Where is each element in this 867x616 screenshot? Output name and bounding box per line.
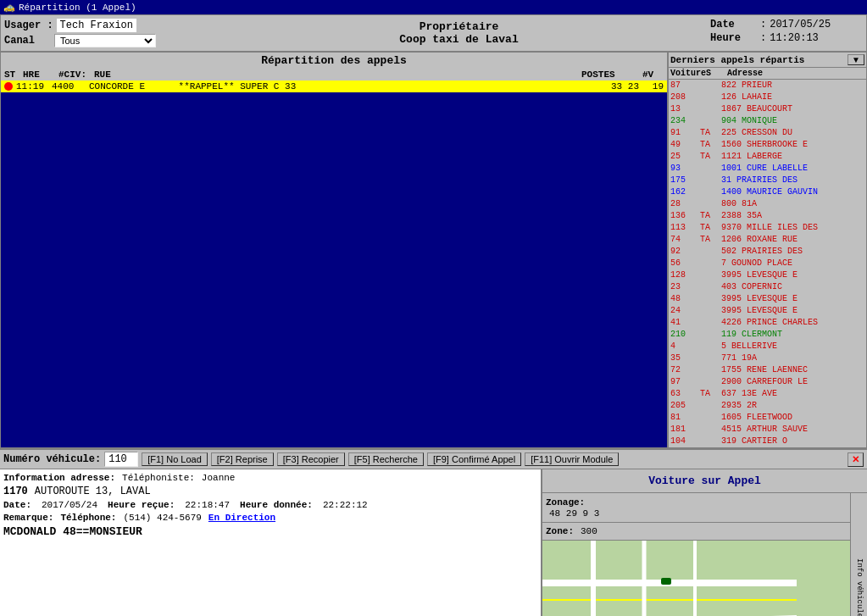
vehicle-row[interactable]: 92502 PRAIRIES DES [669, 246, 866, 258]
vh-adresse: Adresse [727, 69, 864, 78]
vr-s: TA [700, 234, 721, 246]
f2-btn[interactable]: [F2] Reprise [211, 452, 274, 466]
heure-recue-value: 22:18:47 [185, 500, 230, 510]
vehicle-row[interactable]: 208126 LAHAIE [669, 92, 866, 103]
info-vehicule-btn[interactable]: Info véhicule [850, 493, 867, 616]
telephoniste-label: Téléphoniste: [122, 473, 195, 483]
vehicle-row[interactable]: 721755 RENE LAENNEC [669, 364, 866, 376]
call-dot [4, 82, 13, 91]
vehicle-row[interactable]: 25TA1121 LABERGE [669, 151, 866, 163]
vehicule-value: 110 [104, 452, 138, 467]
vr-adresse: 319 CARTIER O [721, 436, 864, 447]
vr-s [700, 281, 721, 293]
vr-s: TA [700, 151, 721, 163]
vehicle-row[interactable]: 210119 CLERMONT [669, 329, 866, 341]
vr-s [700, 293, 721, 305]
vr-voiture: 97 [670, 376, 700, 388]
vehicle-row[interactable]: 74TA1206 ROXANE RUE [669, 234, 866, 246]
meta-row-1: Date: 2017/05/24 Heure reçue: 22:18:47 H… [3, 500, 537, 510]
vr-adresse: 3995 LEVESQUE E [721, 269, 864, 281]
vehicle-row[interactable]: 1814515 ARTHUR SAUVE [669, 424, 866, 436]
vehicle-row[interactable]: 131867 BEAUCOURT [669, 103, 866, 115]
vr-adresse: 904 MONIQUE [721, 115, 864, 127]
vehicle-row[interactable]: 17531 PRAIRIES DES [669, 175, 866, 186]
zone-label: Zone: [546, 526, 574, 536]
vehicle-row[interactable]: 243995 LEVESQUE E [669, 305, 866, 317]
telephone-label: Téléphone: [60, 513, 116, 523]
vr-voiture: 56 [670, 258, 700, 269]
vr-adresse: 1605 FLEETWOOD [721, 412, 864, 424]
split-area: Répartition des appels ST HRE #CIV: RUE … [0, 52, 867, 448]
vr-voiture: 49 [670, 139, 700, 151]
vr-adresse: 1001 CURE LABELLE [721, 163, 864, 175]
vehicle-row[interactable]: 49TA1560 SHERBROOKE E [669, 139, 866, 151]
right-panel-header: Derniers appels répartis ▼ [669, 53, 866, 68]
right-panel-dropdown-btn[interactable]: ▼ [848, 54, 864, 65]
vr-s [700, 258, 721, 269]
en-direction-link[interactable]: En Direction [208, 513, 275, 523]
vr-voiture: 234 [670, 115, 700, 127]
vehicle-row[interactable]: 811605 FLEETWOOD [669, 412, 866, 424]
vr-s [700, 246, 721, 258]
f5-btn[interactable]: [F5] Recherche [348, 452, 424, 466]
vehicle-row[interactable]: 931001 CURE LABELLE [669, 163, 866, 175]
vehicle-row[interactable]: 63TA637 13E AVE [669, 388, 866, 400]
date-row: Date : 2017/05/25 [710, 19, 863, 31]
vehicle-row[interactable]: 87822 PRIEUR [669, 80, 866, 92]
canal-label: Canal [4, 35, 51, 47]
vr-voiture: 28 [670, 198, 700, 210]
vehicle-row[interactable]: 91TA225 CRESSON DU [669, 127, 866, 139]
right-panel-title: Derniers appels répartis [670, 55, 846, 65]
vehicle-row[interactable]: 35771 19A [669, 352, 866, 364]
heure-donnee-value: 22:22:12 [323, 500, 368, 510]
vr-adresse: 31 PRAIRIES DES [721, 175, 864, 186]
vr-s [700, 376, 721, 388]
vr-voiture: 93 [670, 163, 700, 175]
f11-btn[interactable]: [F11] Ouvrir Module [525, 452, 619, 466]
vr-adresse: 502 PRAIRIES DES [721, 246, 864, 258]
vr-voiture: 205 [670, 400, 700, 412]
f3-btn[interactable]: [F3] Recopier [277, 452, 345, 466]
f1-btn[interactable]: [F1] No Load [142, 452, 208, 466]
vehicle-row[interactable]: 23403 COPERNIC [669, 281, 866, 293]
col-postes: POSTES [581, 69, 641, 80]
calls-title: Répartition des appels [1, 53, 667, 69]
main-container: Usager : Tech Fraxion Canal Tous Proprié… [0, 14, 867, 615]
call-rue: CONCORDE E **RAPPEL** SUPER C 33 [89, 81, 593, 92]
usager-label: Usager : [4, 19, 53, 31]
call-row[interactable]: 11:19 4400 CONCORDE E **RAPPEL** SUPER C… [1, 80, 667, 92]
vehicle-row[interactable]: 2052935 2R [669, 400, 866, 412]
vr-adresse: 126 LAHAIE [721, 92, 864, 103]
canal-select[interactable]: Tous [54, 34, 156, 47]
close-btn[interactable]: ✕ [848, 452, 864, 467]
vr-s [700, 352, 721, 364]
vehicle-row[interactable]: 113TA9370 MILLE ILES DES [669, 222, 866, 234]
vehicle-row[interactable]: 136TA2388 35A [669, 210, 866, 222]
vehicle-row[interactable]: 1621400 MAURICE GAUVIN [669, 186, 866, 198]
vr-adresse: 225 CRESSON DU [721, 127, 864, 139]
vehicle-row[interactable]: 483995 LEVESQUE E [669, 293, 866, 305]
vehicle-row[interactable]: 104319 CARTIER O [669, 436, 866, 447]
date-value: 2017/05/25 [770, 19, 831, 31]
date-meta-label: Date: [3, 500, 31, 510]
vehicle-row[interactable]: 45 BELLERIVE [669, 341, 866, 352]
vehicle-row[interactable]: 28800 81A [669, 198, 866, 210]
title-bar: 🚕 Répartition (1 Appel) [0, 0, 867, 14]
vehicle-row[interactable]: 414226 PRINCE CHARLES [669, 317, 866, 329]
vehicle-row[interactable]: 567 GOUNOD PLACE [669, 258, 866, 269]
vr-s [700, 317, 721, 329]
vehicle-row[interactable]: 1283995 LEVESQUE E [669, 269, 866, 281]
f9-btn[interactable]: [F9] Confirmé Appel [427, 452, 521, 466]
vr-s [700, 305, 721, 317]
vehicle-row[interactable]: 972900 CARREFOUR LE [669, 376, 866, 388]
telephone-value: (514) 424-5679 [123, 513, 201, 523]
bottom-toolbar: Numéro véhicule: 110 [F1] No Load [F2] R… [0, 450, 867, 469]
vr-s [700, 186, 721, 198]
call-hre: 11:19 [16, 81, 48, 92]
vr-s [700, 424, 721, 436]
vehicle-row[interactable]: 234904 MONIQUE [669, 115, 866, 127]
right-panel: Derniers appels répartis ▼ Voiture S Adr… [668, 52, 867, 448]
zone-section: Zone: 300 [542, 523, 850, 541]
vr-voiture: 175 [670, 175, 700, 186]
vr-adresse: 5 BELLERIVE [721, 341, 864, 352]
